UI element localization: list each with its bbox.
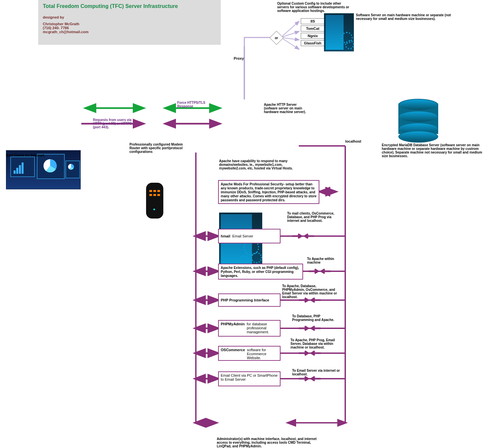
oscommerce-right-caption: To Apache, PHP Prog, Email Server, Datab… xyxy=(290,338,344,349)
oscommerce-box: OSCommerce software for Ecommerce Websit… xyxy=(218,346,281,361)
or-label: or xyxy=(275,36,278,40)
server-option-iis: IIS xyxy=(301,18,325,24)
phpmyadmin-sub: for database professional management. xyxy=(247,322,278,335)
diagram-title: Total Freedom Computing (TFC) Server Inf… xyxy=(43,3,216,9)
php-prog-name: PHP Programming Interface xyxy=(221,298,269,302)
apache-mods-text: Apache Mods For Professional Security- s… xyxy=(221,182,316,202)
apache-ext-box: Apache Extensions, such as PHP (default … xyxy=(218,264,303,280)
hmail-box: hmail Email Server xyxy=(218,229,281,243)
svg-line-6 xyxy=(281,32,299,37)
router-icon xyxy=(146,183,163,219)
hmail-right-caption: To mail clients, OsCommerce, Database, a… xyxy=(287,212,340,223)
software-server-caption: Software Server on main hardware machine… xyxy=(356,13,458,21)
svg-line-5 xyxy=(281,22,299,37)
hmail-sub: Email Server xyxy=(232,234,253,238)
or-decision-diamond: or xyxy=(272,33,282,43)
phpmyadmin-box: PHPMyAdmin for database professional man… xyxy=(218,320,281,337)
apache-ext-right-caption: To Apache within machine xyxy=(307,257,344,264)
php-prog-box: PHP Programming Interface xyxy=(218,293,281,307)
phpmyadmin-name: PHPMyAdmin xyxy=(221,322,245,335)
author-name: Christopher McGrath xyxy=(43,22,216,26)
oscommerce-name: OSCommerce xyxy=(221,348,245,359)
optional-config-heading: Optional Custom Config to include other … xyxy=(277,2,354,13)
admin-caption: Administrator(s) with machine interface,… xyxy=(217,437,320,448)
apache-name: Apache HTTP Server (sofware server on ma… xyxy=(264,103,307,114)
author-email: mcgrath_ch@hotmail.com xyxy=(43,30,216,34)
apache-virtualhost-caption: Apache have capability to respond to man… xyxy=(219,159,297,170)
software-server-icon xyxy=(324,13,354,51)
proxy-label: Proxy xyxy=(234,56,244,60)
apache-mods-box: Apache Mods For Professional Security- s… xyxy=(218,180,319,204)
title-card: Total Freedom Computing (TFC) Server Inf… xyxy=(38,0,221,45)
author-phone: (716) 240- 7786 xyxy=(43,26,216,30)
designed-by-label: designed by xyxy=(43,15,216,19)
force-https-label: Force HTTPS/TLS Response xyxy=(177,101,214,108)
database-caption: Encrypted MariaDB Database Server (softw… xyxy=(382,143,483,158)
router-caption: Professionally configured Modem Router w… xyxy=(129,143,184,154)
server-option-glassfish: GlassFish xyxy=(301,40,325,46)
apache-ext-text: Apache Extensions, such as PHP (default … xyxy=(221,266,299,278)
server-option-tomcat: TomCat xyxy=(301,26,325,32)
request-label: Requests from users via HTTP (port 80) o… xyxy=(93,118,136,129)
hmail-name: hmail xyxy=(221,234,230,238)
end-users-caption: End Users on Internet. xyxy=(6,153,45,157)
php-prog-right-caption: To Apache, Database, PHPMyAdmin, OsComme… xyxy=(282,284,339,299)
localhost-label: localhost xyxy=(345,139,361,143)
oscommerce-sub: software for Ecommerce Website. xyxy=(247,348,278,359)
email-client-box: Email Client via PC or SmartPhone to Ema… xyxy=(218,371,281,386)
phpmyadmin-right-caption: To Database, PHP Programming and Apache. xyxy=(292,314,342,322)
database-icon xyxy=(398,99,438,139)
email-client-right-caption: To Email Server via internet or localhos… xyxy=(292,369,342,376)
email-client-text: Email Client via PC or SmartPhone to Ema… xyxy=(221,373,278,381)
optional-servers-list: IIS TomCat Ngnix GlassFish xyxy=(301,18,325,46)
server-option-nginx: Ngnix xyxy=(301,33,325,39)
